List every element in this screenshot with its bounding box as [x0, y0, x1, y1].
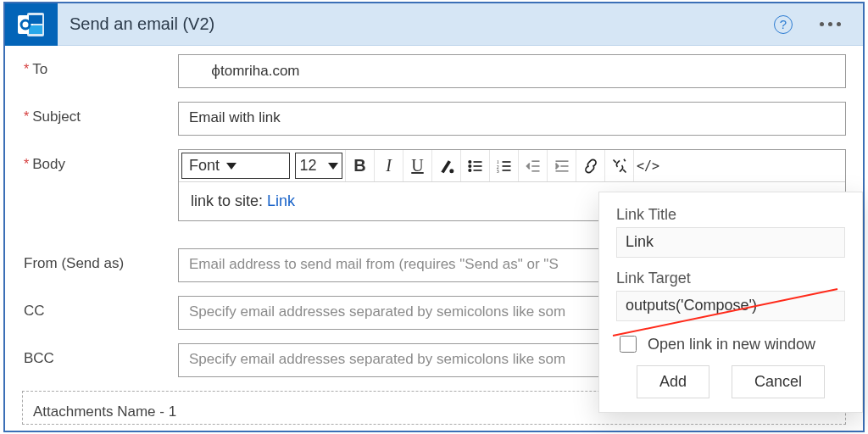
- font-size-select[interactable]: 12: [295, 153, 342, 179]
- to-input[interactable]: ɸtomriha.com: [178, 54, 846, 88]
- action-card: Send an email (V2) ? To ɸtomriha.com Sub…: [3, 2, 865, 432]
- link-title-label: Link Title: [616, 206, 845, 224]
- svg-line-26: [624, 159, 626, 161]
- link-title-input[interactable]: Link: [616, 227, 845, 258]
- chevron-down-icon: [226, 163, 236, 170]
- svg-point-6: [469, 160, 471, 163]
- svg-line-25: [623, 170, 626, 172]
- outlook-icon: [5, 3, 58, 46]
- from-label: From (Send as): [24, 248, 178, 272]
- bold-button[interactable]: B: [345, 150, 374, 181]
- add-button[interactable]: Add: [637, 365, 709, 398]
- color-picker-button[interactable]: [431, 150, 460, 181]
- indent-button[interactable]: [547, 150, 576, 181]
- body-label: Body: [24, 149, 178, 173]
- editor-toolbar: Font 12 B I U: [179, 150, 845, 182]
- bcc-label: BCC: [24, 343, 178, 367]
- open-new-window-checkbox[interactable]: Open link in new window: [616, 333, 845, 355]
- cancel-button[interactable]: Cancel: [732, 365, 825, 398]
- italic-button[interactable]: I: [374, 150, 403, 181]
- svg-point-5: [449, 169, 453, 173]
- subject-label: Subject: [24, 102, 178, 125]
- unlink-button[interactable]: [604, 150, 633, 181]
- svg-point-10: [469, 169, 471, 171]
- more-menu-icon[interactable]: [816, 19, 844, 30]
- body-text: link to site:: [191, 192, 267, 209]
- open-new-window-input[interactable]: [620, 336, 637, 353]
- card-title: Send an email (V2): [58, 14, 774, 34]
- subject-input[interactable]: Email with link: [178, 102, 846, 136]
- link-target-label: Link Target: [616, 270, 845, 287]
- link-button[interactable]: [576, 150, 604, 181]
- link-popover: Link Title Link Link Target outputs('Com…: [598, 192, 863, 413]
- svg-text:3: 3: [496, 169, 498, 174]
- svg-point-8: [469, 164, 471, 167]
- svg-rect-3: [29, 25, 42, 34]
- to-label: To: [24, 54, 178, 78]
- numbered-list-button[interactable]: 123: [489, 150, 518, 181]
- underline-button[interactable]: U: [403, 150, 431, 181]
- link-target-input[interactable]: outputs('Compose'): [616, 291, 845, 321]
- svg-rect-2: [29, 15, 42, 24]
- outdent-button[interactable]: [518, 150, 547, 181]
- svg-line-24: [613, 159, 615, 162]
- code-view-button[interactable]: </>: [633, 150, 662, 181]
- bullet-list-button[interactable]: [460, 150, 489, 181]
- card-header: Send an email (V2) ?: [5, 3, 863, 46]
- font-select[interactable]: Font: [181, 153, 290, 179]
- help-icon[interactable]: ?: [774, 15, 793, 34]
- body-link[interactable]: Link: [267, 192, 295, 209]
- chevron-down-icon: [328, 163, 338, 170]
- cc-label: CC: [24, 296, 178, 320]
